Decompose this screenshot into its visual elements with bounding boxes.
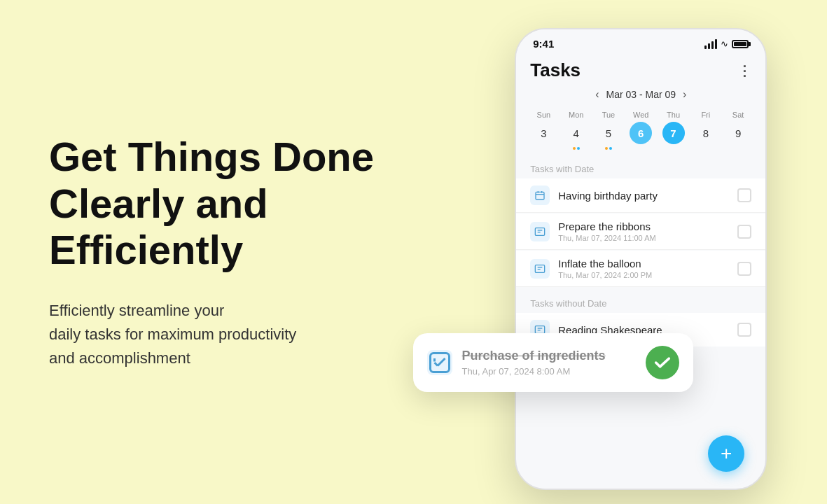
status-time: 9:41: [533, 38, 554, 50]
task-content: Inflate the balloon Thu, Mar 07, 2024 2:…: [558, 258, 729, 279]
cal-day-sat[interactable]: Sat 9: [725, 111, 751, 150]
date-navigator: ‹ Mar 03 - Mar 09 ›: [516, 85, 765, 108]
completed-task-title: Purchase of ingredients: [462, 349, 636, 363]
cal-day-dots: [605, 147, 612, 150]
task-title: Having birthday party: [558, 190, 729, 202]
completed-check-button[interactable]: [646, 346, 679, 379]
battery-icon: [732, 40, 749, 48]
task-title: Prepare the ribbons: [558, 220, 729, 232]
signal-icon: [704, 39, 717, 49]
cal-day-fri[interactable]: Fri 8: [693, 111, 718, 150]
cal-day-sun[interactable]: Sun 3: [531, 111, 556, 150]
tasks-with-date-list: Having birthday party Prepare the ribbon…: [516, 178, 765, 287]
headline: Get Things DoneClearly andEfficiently: [49, 134, 413, 274]
cal-day-mon[interactable]: Mon 4: [564, 111, 589, 150]
task-item[interactable]: Prepare the ribbons Thu, Mar 07, 2024 11…: [516, 214, 765, 250]
task-item[interactable]: Having birthday party: [516, 178, 765, 213]
left-section: Get Things DoneClearly andEfficiently Ef…: [0, 92, 455, 412]
subheadline: Efficiently streamline yourdaily tasks f…: [49, 299, 385, 370]
completed-task-card[interactable]: Purchase of ingredients Thu, Apr 07, 202…: [413, 333, 693, 392]
cal-day-dots: [573, 147, 580, 150]
completed-task-content: Purchase of ingredients Thu, Apr 07, 202…: [462, 349, 636, 377]
date-range-label: Mar 03 - Mar 09: [606, 89, 676, 100]
cal-day-thu[interactable]: Thu 7: [661, 111, 686, 150]
task-meta: Thu, Mar 07, 2024 11:00 AM: [558, 234, 729, 242]
completed-task-meta: Thu, Apr 07, 2024 8:00 AM: [462, 366, 636, 377]
task-content: Having birthday party: [558, 190, 729, 202]
status-bar: 9:41 ∿: [516, 29, 765, 54]
plus-icon: +: [721, 444, 732, 463]
status-icons: ∿: [704, 38, 749, 49]
right-section: Purchase of ingredients Thu, Apr 07, 202…: [455, 0, 827, 504]
task-content: Prepare the ribbons Thu, Mar 07, 2024 11…: [558, 220, 729, 242]
prev-week-button[interactable]: ‹: [595, 88, 599, 101]
phone-mockup: 9:41 ∿ Tasks ⋮ ‹ Mar 03 - Mar 0: [515, 28, 767, 490]
cal-day-wed[interactable]: Wed 6: [628, 111, 653, 150]
task-checkbox[interactable]: [737, 323, 751, 337]
task-item[interactable]: Inflate the balloon Thu, Mar 07, 2024 2:…: [516, 251, 765, 287]
task-icon: [530, 222, 550, 241]
tasks-without-date-label: Tasks without Date: [516, 293, 765, 313]
cal-day-tue[interactable]: Tue 5: [596, 111, 621, 150]
task-icon: [530, 259, 550, 279]
app-title: Tasks: [530, 59, 581, 81]
task-checkbox[interactable]: [737, 262, 751, 276]
svg-rect-4: [536, 192, 544, 200]
task-icon: [530, 186, 550, 205]
completed-task-icon: [427, 350, 452, 375]
svg-line-2: [438, 358, 445, 366]
wifi-icon: ∿: [721, 38, 728, 49]
next-week-button[interactable]: ›: [683, 88, 686, 101]
more-options-icon[interactable]: ⋮: [737, 62, 751, 79]
tasks-with-date-label: Tasks with Date: [516, 158, 765, 178]
task-checkbox[interactable]: [737, 225, 751, 239]
task-title: Inflate the balloon: [558, 258, 729, 270]
task-checkbox[interactable]: [737, 188, 751, 202]
app-header: Tasks ⋮: [516, 54, 765, 85]
calendar-week: Sun 3 Mon 4 Tue 5 Wed: [516, 108, 765, 158]
add-task-fab[interactable]: +: [708, 435, 744, 472]
task-meta: Thu, Mar 07, 2024 2:00 PM: [558, 271, 729, 279]
